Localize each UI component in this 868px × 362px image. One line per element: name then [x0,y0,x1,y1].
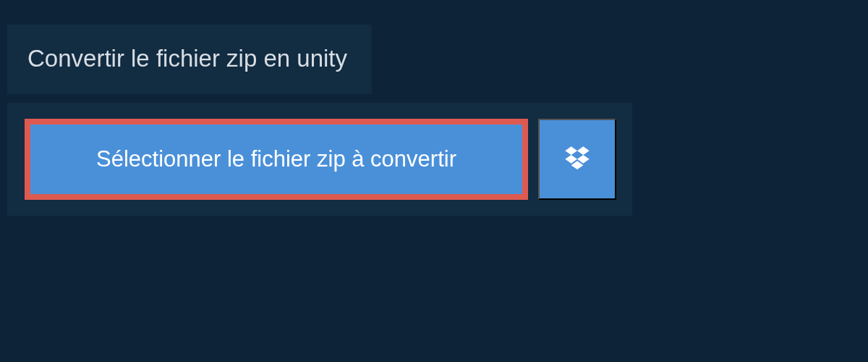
dropbox-button[interactable] [538,119,616,200]
select-file-button[interactable]: Sélectionner le fichier zip à convertir [25,119,528,200]
dropbox-icon [563,144,592,175]
page-header: Convertir le fichier zip en unity [7,25,372,94]
select-file-label: Sélectionner le fichier zip à convertir [96,146,456,172]
upload-panel: Sélectionner le fichier zip à convertir [7,103,632,216]
page-title: Convertir le fichier zip en unity [27,45,347,72]
